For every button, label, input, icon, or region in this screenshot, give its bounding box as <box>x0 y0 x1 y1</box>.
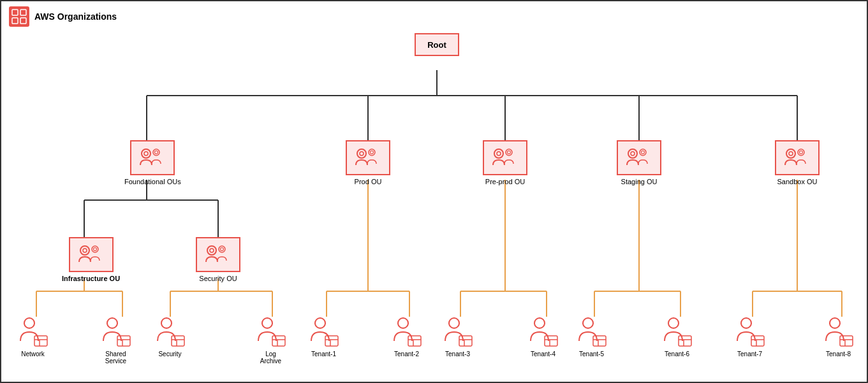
security-ou-box <box>196 237 240 272</box>
tenant6-icon <box>659 317 695 349</box>
svg-point-69 <box>24 318 34 328</box>
staging-node: Staging OU <box>617 140 661 185</box>
svg-rect-70 <box>34 336 47 346</box>
infrastructure-box <box>69 237 114 272</box>
aws-icon <box>9 6 29 27</box>
svg-point-54 <box>631 152 635 155</box>
svg-point-53 <box>628 149 637 158</box>
svg-point-44 <box>155 150 158 154</box>
svg-point-51 <box>506 149 512 155</box>
svg-point-57 <box>786 149 795 158</box>
tenant7-label: Tenant-7 <box>737 350 762 358</box>
infrastructure-label: Infrastructure OU <box>62 275 120 282</box>
svg-point-89 <box>398 318 408 328</box>
svg-point-93 <box>449 318 459 328</box>
tenant5-label: Tenant-5 <box>579 350 604 358</box>
svg-point-50 <box>497 152 501 155</box>
tenant7-account: Tenant-7 <box>732 317 767 358</box>
security-acc-label: Security <box>158 350 181 358</box>
network-label: Network <box>21 350 45 358</box>
svg-rect-78 <box>172 336 184 346</box>
svg-point-49 <box>494 149 503 158</box>
network-icon <box>15 317 50 349</box>
svg-point-42 <box>144 152 148 155</box>
svg-point-65 <box>207 246 216 255</box>
security-acc-icon <box>152 317 188 349</box>
log-archive-label: LogArchive <box>260 350 281 365</box>
svg-point-61 <box>80 246 89 255</box>
main-container: AWS Organizations <box>0 0 868 383</box>
tenant2-icon <box>389 317 424 349</box>
sandbox-label: Sandbox OU <box>777 178 818 185</box>
tenant4-account: Tenant-4 <box>526 317 561 358</box>
shared-service-account: SharedService <box>98 317 133 365</box>
security-ou-node: Security OU <box>196 237 240 282</box>
svg-point-85 <box>315 318 325 328</box>
svg-point-56 <box>642 150 645 154</box>
tenant6-label: Tenant-6 <box>665 350 689 358</box>
network-account: Network <box>15 317 50 358</box>
svg-rect-74 <box>117 336 130 346</box>
prod-label: Prod OU <box>355 178 382 185</box>
staging-box <box>617 140 661 175</box>
svg-point-64 <box>93 247 96 250</box>
foundational-node: Foundational OUs <box>124 140 181 185</box>
preprod-label: Pre-prod OU <box>485 178 525 185</box>
tenant4-label: Tenant-4 <box>531 350 555 358</box>
security-account: Security <box>152 317 188 358</box>
svg-point-73 <box>107 318 117 328</box>
tenant1-label: Tenant-1 <box>311 350 336 358</box>
preprod-node: Pre-prod OU <box>483 140 527 185</box>
infra-group-icon <box>77 243 105 267</box>
svg-rect-102 <box>593 336 606 346</box>
tenant5-account: Tenant-5 <box>574 317 609 358</box>
svg-point-47 <box>369 149 375 155</box>
svg-point-48 <box>371 150 374 154</box>
svg-point-45 <box>357 149 366 158</box>
svg-point-43 <box>153 149 159 155</box>
preprod-box <box>483 140 527 175</box>
tenant1-icon <box>306 317 341 349</box>
svg-point-109 <box>741 318 751 328</box>
tenant7-icon <box>732 317 767 349</box>
svg-rect-90 <box>408 336 421 346</box>
tenant6-account: Tenant-6 <box>659 317 695 358</box>
tenant2-account: Tenant-2 <box>389 317 424 358</box>
sandbox-group-icon <box>783 146 811 170</box>
svg-point-77 <box>161 318 172 328</box>
tenant3-account: Tenant-3 <box>440 317 475 358</box>
svg-point-46 <box>360 152 364 155</box>
root-node: Root <box>415 33 459 56</box>
tenant2-label: Tenant-2 <box>394 350 419 358</box>
prod-group-icon <box>354 146 382 170</box>
svg-point-81 <box>262 318 272 328</box>
svg-rect-1 <box>10 8 28 25</box>
tenant4-icon <box>526 317 561 349</box>
tenant8-icon <box>821 317 856 349</box>
diagram-area: Root Foundational OUs <box>1 27 868 383</box>
sandbox-box <box>775 140 820 175</box>
svg-rect-110 <box>751 336 764 346</box>
shared-service-label: SharedService <box>105 350 126 365</box>
svg-point-52 <box>508 150 511 154</box>
sandbox-node: Sandbox OU <box>775 140 820 185</box>
log-archive-icon <box>253 317 288 349</box>
prod-box <box>346 140 390 175</box>
svg-point-97 <box>534 318 545 328</box>
group-icon <box>138 146 166 170</box>
foundational-box <box>130 140 175 175</box>
svg-point-66 <box>210 249 214 252</box>
security-ou-label: Security OU <box>199 275 237 282</box>
svg-rect-86 <box>325 336 338 346</box>
prod-node: Prod OU <box>346 140 390 185</box>
svg-rect-94 <box>459 336 472 346</box>
tenant5-icon <box>574 317 609 349</box>
shared-service-icon <box>98 317 133 349</box>
svg-point-55 <box>640 149 646 155</box>
svg-point-68 <box>221 247 224 250</box>
tenant1-account: Tenant-1 <box>306 317 341 358</box>
tenant8-account: Tenant-8 <box>821 317 856 358</box>
svg-rect-114 <box>840 336 853 346</box>
foundational-label: Foundational OUs <box>124 178 181 185</box>
tenant8-label: Tenant-8 <box>826 350 851 358</box>
